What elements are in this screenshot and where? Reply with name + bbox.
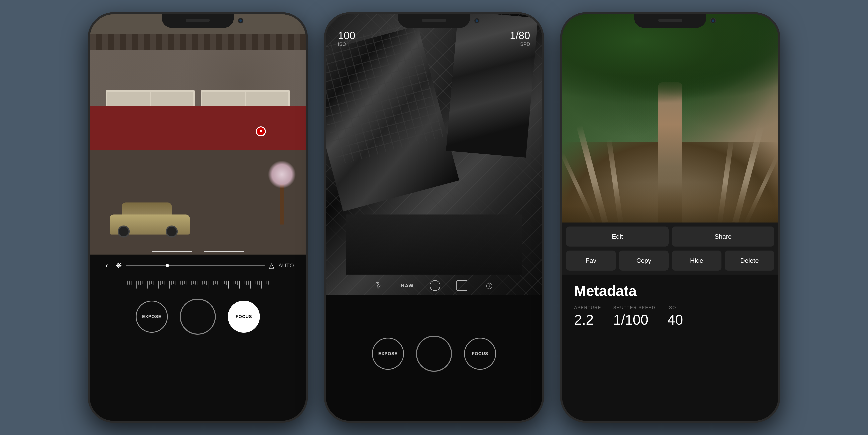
flash-icon[interactable] bbox=[373, 280, 385, 292]
phone3-screen: Edit Share Fav Copy Hide Delete Metadata… bbox=[562, 14, 778, 421]
speaker bbox=[186, 19, 210, 22]
phone-1: ‹ ❋ △ AUTO bbox=[88, 12, 308, 423]
edit-button[interactable]: Edit bbox=[566, 227, 669, 246]
camera-icons: RAW bbox=[326, 277, 542, 295]
circle-mode-icon[interactable] bbox=[430, 280, 440, 291]
camera-hud: 100 ISO 1/80 SPD bbox=[338, 30, 530, 47]
auto-label: AUTO bbox=[278, 262, 294, 269]
expose-button[interactable]: EXPOSE bbox=[136, 300, 168, 333]
shutter-label: SHUTTER SPEED bbox=[613, 305, 655, 310]
phone2-controls: EXPOSE FOCUS bbox=[326, 295, 542, 421]
iso-item: ISO 40 bbox=[668, 305, 683, 328]
phone1-screen: ‹ ❋ △ AUTO bbox=[90, 14, 306, 421]
hide-button[interactable]: Hide bbox=[672, 251, 721, 270]
timer-icon[interactable] bbox=[483, 280, 495, 292]
iso-display: 100 ISO bbox=[338, 30, 355, 47]
car bbox=[110, 199, 190, 234]
shutter-value: 1/100 bbox=[613, 312, 655, 328]
no-entry-sign bbox=[256, 126, 266, 136]
notch-3 bbox=[634, 14, 706, 28]
spd-label: SPD bbox=[510, 41, 530, 47]
fav-button[interactable]: Fav bbox=[566, 251, 616, 270]
notch-2 bbox=[398, 14, 470, 28]
delete-button[interactable]: Delete bbox=[725, 251, 774, 270]
raw-label[interactable]: RAW bbox=[401, 283, 413, 289]
shutter-button-2[interactable] bbox=[416, 336, 452, 372]
slider-thumb bbox=[166, 264, 169, 267]
aperture-item: APERTURE 2.2 bbox=[574, 305, 601, 328]
photo-preview bbox=[90, 14, 306, 255]
speaker-3 bbox=[658, 19, 682, 22]
iso-label: ISO bbox=[338, 41, 355, 47]
iso-value-meta: 40 bbox=[668, 312, 683, 328]
copy-button[interactable]: Copy bbox=[619, 251, 669, 270]
front-camera bbox=[238, 18, 243, 23]
action-row-primary: Edit Share bbox=[566, 223, 774, 249]
share-button[interactable]: Share bbox=[672, 227, 774, 246]
focus-line-left bbox=[152, 251, 192, 252]
camera-buttons-2: EXPOSE FOCUS bbox=[372, 330, 496, 378]
dial-ticks bbox=[127, 281, 269, 289]
action-buttons: Edit Share Fav Copy Hide Delete bbox=[562, 223, 778, 274]
focus-button-2[interactable]: FOCUS bbox=[464, 338, 496, 370]
metadata-row: APERTURE 2.2 SHUTTER SPEED 1/100 ISO 40 bbox=[574, 305, 766, 328]
focus-slider-row: ‹ ❋ △ AUTO bbox=[98, 255, 298, 277]
wall-upper bbox=[90, 50, 306, 106]
focus-line-right bbox=[204, 251, 244, 252]
bw-photo-preview: 100 ISO 1/80 SPD RAW bbox=[326, 14, 542, 295]
focus-indicators bbox=[90, 249, 306, 255]
back-button[interactable]: ‹ bbox=[102, 261, 112, 270]
phone2-screen: 100 ISO 1/80 SPD RAW bbox=[326, 14, 542, 421]
macro-icon: ❋ bbox=[116, 261, 122, 270]
iso-value: 100 bbox=[338, 30, 355, 41]
iso-label-meta: ISO bbox=[668, 305, 683, 310]
notch bbox=[162, 14, 234, 28]
rect-mode-icon[interactable] bbox=[457, 280, 467, 291]
focus-slider[interactable] bbox=[126, 265, 265, 266]
spd-display: 1/80 SPD bbox=[510, 30, 530, 47]
tree-trunk bbox=[280, 184, 284, 225]
action-row-secondary: Fav Copy Hide Delete bbox=[566, 249, 774, 274]
roof-tiles bbox=[90, 34, 306, 50]
mountain-icon: △ bbox=[269, 261, 275, 270]
speaker-2 bbox=[422, 19, 446, 22]
car-wheel-left bbox=[118, 226, 130, 237]
metadata-section: Metadata APERTURE 2.2 SHUTTER SPEED 1/10… bbox=[562, 274, 778, 421]
car-wheel-right bbox=[166, 226, 178, 237]
front-camera-2 bbox=[474, 18, 479, 23]
camera-buttons: EXPOSE FOCUS bbox=[98, 293, 298, 347]
expose-button-2[interactable]: EXPOSE bbox=[372, 338, 404, 370]
tree-crown bbox=[268, 161, 296, 188]
tree-photo-preview bbox=[562, 14, 778, 223]
focus-button[interactable]: FOCUS bbox=[228, 300, 260, 333]
aperture-label: APERTURE bbox=[574, 305, 601, 310]
phone-2: 100 ISO 1/80 SPD RAW bbox=[324, 12, 544, 423]
wall-bottom bbox=[90, 150, 306, 255]
shutter-button[interactable] bbox=[180, 299, 216, 335]
aperture-value: 2.2 bbox=[574, 312, 601, 328]
phone-3: Edit Share Fav Copy Hide Delete Metadata… bbox=[560, 12, 780, 423]
focus-dial[interactable] bbox=[98, 277, 298, 293]
front-camera-3 bbox=[710, 18, 716, 23]
shutter-item: SHUTTER SPEED 1/100 bbox=[613, 305, 655, 328]
controls-area: ‹ ❋ △ AUTO bbox=[90, 255, 306, 421]
metadata-title: Metadata bbox=[574, 283, 766, 299]
wall-lower bbox=[90, 106, 306, 150]
spd-value: 1/80 bbox=[510, 30, 530, 41]
house-scene bbox=[90, 14, 306, 255]
